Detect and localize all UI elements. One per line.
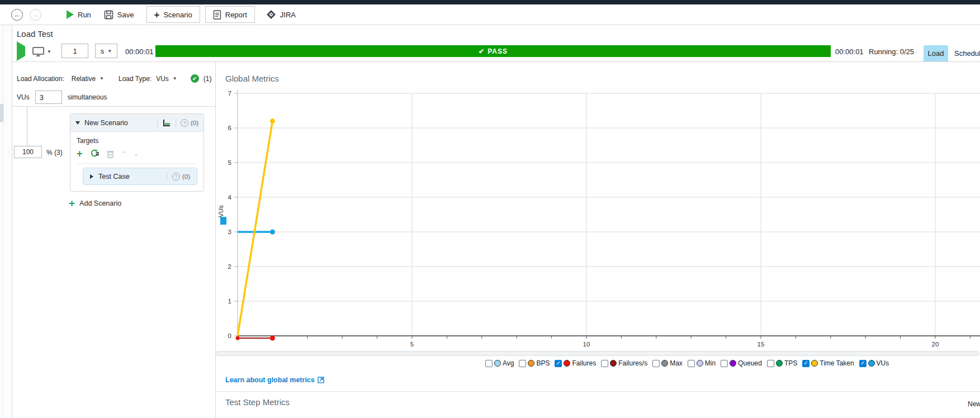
separator [167,172,167,181]
legend-color-dot [811,360,818,367]
vus-suffix: simultaneous [68,93,107,101]
run-controls-row: ▼ s ▼ 00:00:01 ✔ PASS 00:00:01 Running: … [12,41,980,61]
duration-unit-select[interactable]: s ▼ [95,44,117,58]
legend-checkbox[interactable] [767,360,774,367]
legend-label: VUs [877,359,889,367]
forward-button[interactable]: → [30,9,41,21]
legend-label: Min [705,359,716,367]
scenario-card-header[interactable]: New Scenario ? (0) [70,114,203,132]
report-button[interactable]: Report [205,6,255,23]
legend-checkbox[interactable]: ✓ [555,360,562,367]
iterations-icon[interactable] [90,149,100,158]
play-icon [17,41,25,61]
add-scenario-toolbar-button[interactable]: + Scenario [146,6,200,23]
load-type-label: Load Type: [119,75,152,83]
legend-color-dot [610,360,617,367]
add-target-button[interactable]: + [77,149,83,159]
legend-item-bps[interactable]: BPS [519,359,550,367]
legend-item-max[interactable]: Max [652,359,683,367]
svg-text:VUs: VUs [217,205,224,217]
legend-item-queued[interactable]: Queued [721,359,762,367]
add-scenario-button[interactable]: + Add Scenario [69,198,121,208]
delete-target-icon[interactable] [107,150,114,158]
elapsed-time-left: 00:00:01 [125,48,154,56]
test-case-help-count: (0) [182,173,190,180]
rail-divider [3,25,3,418]
legend-checkbox[interactable]: ✓ [802,360,809,367]
chart-horizontal-scrollbar[interactable] [216,351,979,356]
tab-scheduler[interactable]: Scheduler [949,45,980,61]
percent-input[interactable] [14,146,42,158]
collapse-icon[interactable] [75,121,80,125]
legend-checkbox[interactable] [485,360,493,367]
test-step-metrics-new-button[interactable]: New [968,400,980,408]
save-button[interactable]: Save [104,10,134,20]
elapsed-time-right: 00:00:01 [835,48,864,56]
load-allocation-dropdown[interactable]: Relative ▼ [72,75,104,83]
report-document-icon [213,10,221,20]
vus-row: VUs simultaneous [17,91,107,104]
scenario-help[interactable]: ? (0) [181,119,198,127]
legend-item-failures[interactable]: ✓Failures [555,359,596,367]
legend-checkbox[interactable] [519,360,526,367]
legend-color-dot [564,360,570,367]
svg-text:5: 5 [410,341,414,348]
add-scenario-label: Add Scenario [79,200,121,207]
legend-checkbox[interactable]: ✓ [859,360,867,367]
run-button[interactable]: Run [67,10,91,19]
svg-text:3: 3 [228,229,231,235]
legend-item-tps[interactable]: TPS [767,359,797,367]
legend-label: Failures [572,359,596,367]
svg-text:4: 4 [228,194,232,201]
agent-selector[interactable]: ▼ [32,47,51,56]
jira-button[interactable]: JIRA [266,10,296,20]
back-button[interactable]: ← [11,9,23,21]
vus-input[interactable] [35,91,62,104]
rail-expand-handle[interactable] [0,104,3,122]
legend-item-failures-s[interactable]: Failures/s [601,359,647,367]
svg-text:20: 20 [932,341,939,348]
legend-item-time-taken[interactable]: ✓Time Taken [802,359,854,367]
legend-color-dot [776,360,783,367]
tree-connector-line [27,107,27,146]
external-link-icon [318,377,324,383]
legend-item-avg[interactable]: Avg [485,359,514,367]
duration-input[interactable] [61,44,88,58]
test-case-help[interactable]: ? (0) [172,173,190,180]
plus-icon: + [69,198,75,208]
legend-label: Max [670,359,683,367]
divider [12,106,215,107]
test-case-chip[interactable]: Test Case ? (0) [83,168,197,185]
run-label: Run [78,11,91,19]
load-type-dropdown[interactable]: VUs ▼ [156,75,177,83]
legend-checkbox[interactable] [688,360,695,367]
window-top-bar [0,0,980,4]
load-config-row: Load Allocation: Relative ▼ Load Type: V… [17,74,211,83]
legend-checkbox[interactable] [721,360,728,367]
legend-color-dot [494,360,501,367]
svg-text:5: 5 [228,159,231,166]
move-down-icon[interactable]: ⌄ [134,150,139,158]
pass-check-icon: ✔ [479,48,484,55]
legend-item-min[interactable]: Min [688,359,716,367]
chart-legend: AvgBPS✓FailuresFailures/sMaxMinQueuedTPS… [485,358,889,369]
move-up-icon[interactable]: ⌃ [121,150,126,158]
save-floppy-icon [104,10,113,20]
unit-value: s [101,47,105,55]
scenario-chart-icon[interactable] [162,118,171,127]
legend-checkbox[interactable] [652,360,660,367]
load-allocation-value: Relative [72,75,96,83]
run-test-button[interactable] [17,46,25,56]
legend-color-dot [730,360,736,367]
legend-color-dot [528,360,534,367]
expand-icon[interactable] [90,174,93,179]
tab-load[interactable]: Load [924,45,948,61]
svg-text:6: 6 [228,125,231,131]
jira-icon [266,10,276,20]
learn-about-global-metrics-link[interactable]: Learn about global metrics [225,376,324,384]
legend-checkbox[interactable] [601,360,608,367]
play-icon [67,10,74,19]
legend-item-vus[interactable]: ✓VUs [859,359,889,367]
passed-count: (1) [203,75,212,83]
scenario-help-count: (0) [191,120,198,126]
